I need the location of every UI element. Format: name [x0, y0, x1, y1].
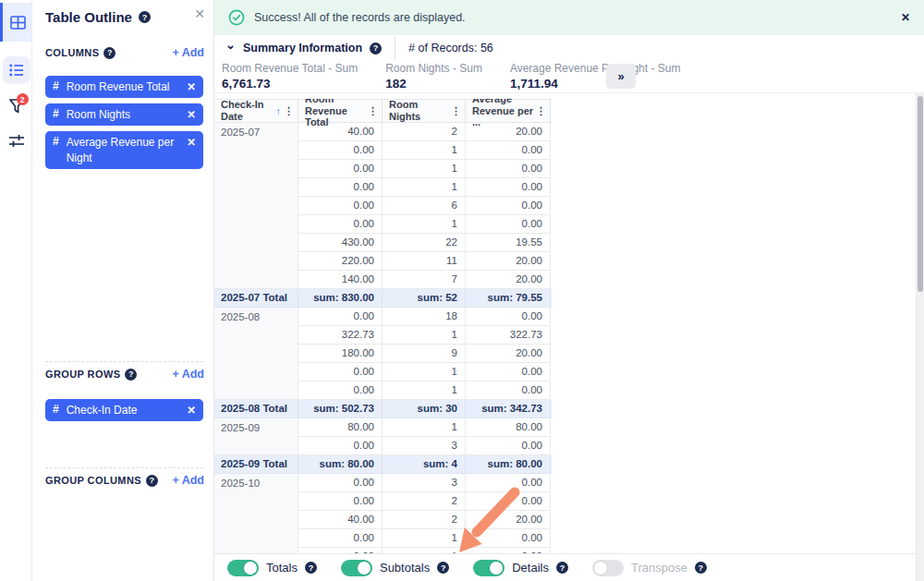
total-value-cell: sum: 80.00	[298, 455, 383, 474]
column-header[interactable]: Room Nights⋮	[383, 100, 466, 122]
table-row: 0.0010.00	[298, 529, 551, 548]
expand-stats-button[interactable]: »	[606, 64, 636, 89]
toggle-knob	[358, 562, 371, 575]
panel-close-icon[interactable]: ✕	[194, 6, 205, 21]
table-row: 0.0010.00	[298, 160, 551, 178]
remove-field-icon[interactable]: ✕	[187, 80, 196, 93]
table-group: 2025-0980.00180.000.0030.00	[214, 418, 552, 455]
table-cell: 80.00	[298, 418, 383, 437]
group-key-cell: 2025-08	[214, 308, 298, 400]
field-pill[interactable]: #Check-In Date✕	[45, 399, 203, 421]
table-row: 80.00180.00	[298, 418, 551, 437]
table-cell: 0.00	[298, 197, 383, 215]
table-outline-panel: ✕ Table Outline ? COLUMNS ? + Add #Room …	[32, 0, 214, 581]
add-group-row-button[interactable]: + Add	[172, 368, 204, 381]
help-icon[interactable]: ?	[370, 42, 382, 54]
rail-item-outline[interactable]	[0, 54, 32, 86]
toggle-transpose[interactable]	[592, 560, 624, 576]
toggle-details[interactable]	[473, 560, 505, 576]
column-header[interactable]: Room Revenue Total⋮	[298, 100, 383, 122]
table-cell: 1	[383, 381, 466, 400]
scrollbar-thumb[interactable]	[918, 96, 923, 292]
table-cell: 0.00	[298, 308, 383, 326]
panel-title: Table Outline ?	[45, 9, 151, 25]
column-menu-icon[interactable]: ⋮	[534, 105, 548, 117]
toggle-label: Details	[512, 561, 549, 575]
group-rows: 80.00180.000.0030.00	[298, 418, 551, 455]
add-column-button[interactable]: + Add	[172, 46, 204, 59]
column-menu-icon[interactable]: ⋮	[449, 105, 463, 117]
table-cell: 0.00	[298, 215, 383, 234]
help-icon[interactable]: ?	[695, 562, 707, 574]
section-divider	[45, 467, 203, 468]
table-cell: 40.00	[298, 511, 383, 529]
add-group-column-button[interactable]: + Add	[172, 474, 204, 487]
table-cell: 20.00	[466, 345, 551, 363]
table-cell: 1	[383, 363, 466, 381]
banner-close-icon[interactable]: ✕	[901, 11, 910, 24]
columns-label: COLUMNS ?	[45, 47, 116, 59]
divider	[395, 37, 395, 59]
remove-field-icon[interactable]: ✕	[187, 108, 196, 121]
help-icon[interactable]: ?	[139, 11, 151, 23]
toggle-knob	[594, 562, 607, 575]
table-cell: 0.00	[466, 141, 551, 160]
field-pill[interactable]: #Average Revenue per Night✕	[45, 131, 203, 168]
number-type-icon: #	[53, 107, 59, 120]
table-row: 0.0010.00	[298, 141, 551, 160]
table-row: 0.0020.00	[298, 492, 551, 511]
table-row: 0.0010.00	[298, 381, 551, 400]
column-menu-icon[interactable]: ⋮	[366, 105, 380, 117]
toggle-subtotals[interactable]	[341, 560, 372, 576]
summary-header: ⌄ Summary Information ? # of Records: 56	[214, 37, 924, 59]
sort-ascending-icon[interactable]: ↑	[276, 105, 282, 117]
group-rows-section-header: GROUP ROWS ? + Add	[45, 368, 204, 381]
toggle-knob	[244, 562, 257, 575]
help-icon[interactable]: ?	[125, 369, 137, 381]
help-icon[interactable]: ?	[556, 562, 568, 574]
total-value-cell: sum: 342.73	[466, 400, 551, 418]
group-key-cell: 2025-07	[214, 123, 298, 289]
column-menu-icon[interactable]: ⋮	[282, 105, 296, 117]
table-cell: 9	[383, 345, 466, 363]
summary-stat: Room Revenue Total - Sum6,761.73	[222, 59, 358, 92]
field-pill-label: Room Nights	[67, 107, 180, 122]
table-cell: 2	[383, 511, 466, 529]
table-cell: 0.00	[466, 160, 551, 178]
table-cell: 20.00	[466, 123, 551, 141]
table-cell: 7	[383, 271, 466, 289]
vertical-scrollbar[interactable]	[916, 92, 924, 581]
summary-stat: Average Revenue Per Night - Sum1,711.94	[510, 59, 681, 92]
rail-item-filter[interactable]: 2	[0, 91, 32, 121]
table-cell: 1	[383, 326, 466, 345]
column-header[interactable]: Average Revenue per ...⋮	[466, 100, 551, 122]
collapse-chevron-icon[interactable]: ⌄	[225, 42, 236, 49]
remove-field-icon[interactable]: ✕	[187, 136, 196, 149]
rail-item-settings[interactable]	[0, 127, 32, 154]
field-pill[interactable]: #Room Nights✕	[45, 103, 203, 126]
table-row: 0.0030.00	[298, 474, 551, 492]
help-icon[interactable]: ?	[437, 562, 449, 574]
table-cell: 2	[383, 123, 466, 141]
table-cell: 0.00	[466, 363, 551, 381]
table-cell: 140.00	[298, 271, 383, 289]
help-icon[interactable]: ?	[305, 562, 317, 574]
summary-stat: Room Nights - Sum182	[385, 59, 482, 92]
table-cell: 0.00	[466, 215, 551, 234]
rail-item-table[interactable]	[0, 3, 32, 42]
remove-field-icon[interactable]: ✕	[187, 404, 196, 417]
help-icon[interactable]: ?	[103, 47, 116, 59]
table-cell: 3	[383, 437, 466, 455]
table-cell: 1	[383, 418, 466, 437]
toggle-label: Totals	[266, 561, 298, 575]
field-pill[interactable]: #Room Revenue Total✕	[45, 76, 203, 98]
table-cell: 0.00	[466, 529, 551, 548]
total-value-cell: sum: 80.00	[466, 455, 551, 474]
help-icon[interactable]: ?	[146, 475, 158, 487]
table-cell: 180.00	[298, 345, 383, 363]
toggle-totals[interactable]	[227, 560, 259, 576]
column-header[interactable]: Check-In Date↑⋮	[214, 100, 298, 122]
number-type-icon: #	[53, 135, 59, 148]
filter-badge: 2	[17, 93, 29, 105]
total-label-cell: 2025-07 Total	[214, 289, 298, 308]
